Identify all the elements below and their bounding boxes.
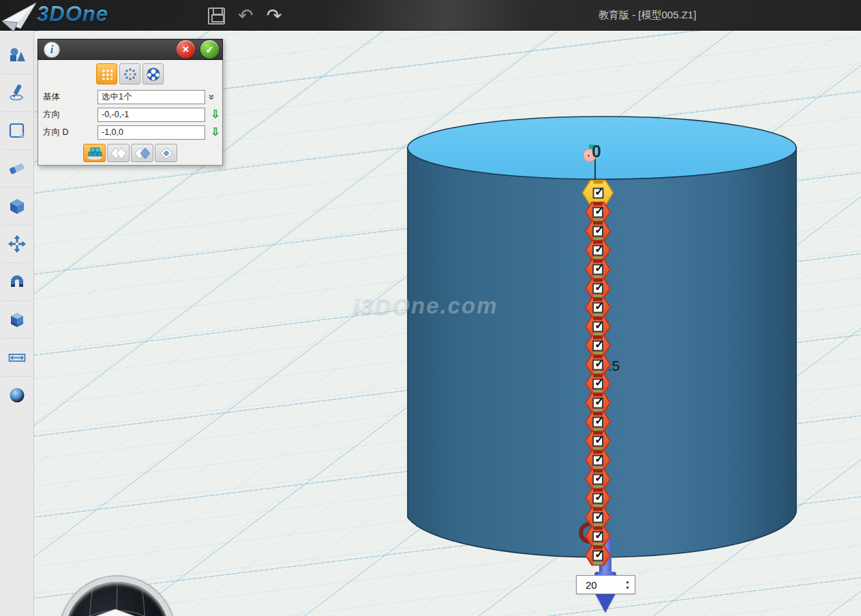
- move-arrows-icon: [7, 234, 27, 253]
- marker-checkbox[interactable]: ✓: [592, 264, 603, 275]
- base-field-input[interactable]: [97, 90, 205, 104]
- spherical-pattern-icon: [146, 67, 161, 82]
- direction-field-input[interactable]: [97, 108, 205, 122]
- direction-field-label: 方向: [43, 109, 97, 121]
- marker-checkbox[interactable]: ✓: [592, 512, 603, 523]
- sidebar-item-move[interactable]: [0, 226, 34, 264]
- checkmark-icon: ✓: [594, 508, 604, 523]
- marker-checkbox[interactable]: ✓: [592, 226, 603, 236]
- dialog-header[interactable]: i ✕ ✓: [37, 39, 223, 60]
- circular-pattern-tab[interactable]: [119, 63, 140, 84]
- sketch-plane-icon: [7, 121, 27, 140]
- chevron-double-down-icon[interactable]: »: [207, 94, 218, 99]
- marker-checkbox[interactable]: ✓: [592, 474, 603, 484]
- checkmark-icon: ✓: [594, 394, 604, 408]
- marker-checkbox[interactable]: ✓: [592, 550, 603, 561]
- checkmark-icon: ✓: [594, 241, 604, 256]
- marker-checkbox[interactable]: ✓: [592, 245, 603, 256]
- marker-checkbox[interactable]: ✓: [592, 435, 603, 446]
- field-row-base: 基体 »: [38, 88, 222, 106]
- left-toolbar: [0, 31, 34, 616]
- field-row-direction-d: 方向 D ⇩: [38, 123, 222, 141]
- field-row-direction: 方向 ⇩: [38, 106, 222, 123]
- sidebar-item-primitives[interactable]: [0, 36, 34, 74]
- marker-checkbox[interactable]: ✓: [592, 397, 603, 408]
- sidebar-item-sketch[interactable]: [0, 74, 34, 112]
- spinner-up-icon[interactable]: ▲: [625, 579, 630, 584]
- diamond-option-2-button[interactable]: [131, 144, 153, 162]
- sketch-pen-icon: [7, 83, 27, 102]
- marker-checkbox[interactable]: ✓: [592, 359, 603, 370]
- import-direction-d-icon[interactable]: ⇩: [211, 127, 220, 138]
- spinner-down-icon[interactable]: ▼: [625, 585, 630, 590]
- sidebar-item-measure[interactable]: [0, 339, 34, 377]
- marker-checkbox[interactable]: ✓: [592, 378, 603, 389]
- checkmark-icon: ✓: [594, 375, 604, 389]
- redo-icon[interactable]: ↷: [267, 3, 282, 28]
- checkmark-icon: ✓: [594, 527, 604, 542]
- marker-checkbox[interactable]: ✓: [592, 531, 603, 542]
- base-field-label: 基体: [43, 91, 97, 103]
- direction-d-field-input[interactable]: [97, 125, 205, 140]
- view-navigation-ball[interactable]: [60, 576, 175, 616]
- linear-pattern-icon: [101, 68, 112, 80]
- origin-distance-label: 0: [592, 142, 601, 161]
- sidebar-item-eraser[interactable]: [0, 150, 34, 188]
- diamond-option-1-button[interactable]: [107, 144, 130, 162]
- app-name: 3DOne: [37, 2, 108, 27]
- undo-icon[interactable]: ↶: [238, 3, 254, 28]
- save-icon[interactable]: [208, 7, 225, 25]
- combine-solids-icon: [7, 310, 27, 329]
- sidebar-item-cube[interactable]: [0, 187, 34, 226]
- pattern-geometry-button[interactable]: [83, 144, 106, 162]
- marker-checkbox[interactable]: ✓: [592, 340, 603, 351]
- checkmark-icon: ✓: [594, 279, 604, 294]
- measure-icon: [7, 348, 27, 367]
- diamond-center-icon: [159, 147, 174, 159]
- spherical-pattern-tab[interactable]: [142, 63, 164, 84]
- sidebar-item-sketch-plane[interactable]: [0, 112, 34, 150]
- checkmark-icon: ✓: [594, 489, 604, 504]
- pattern-drag-arrow-head[interactable]: [595, 594, 616, 613]
- pattern-count-box: ▲ ▼: [576, 575, 635, 594]
- marker-checkbox[interactable]: ✓: [592, 321, 603, 332]
- pattern-type-tabs: [96, 63, 222, 84]
- linear-pattern-tab[interactable]: [96, 63, 117, 84]
- material-sphere-icon: [7, 386, 27, 405]
- circular-pattern-icon: [123, 67, 137, 81]
- checkmark-icon: ✓: [594, 203, 604, 217]
- import-direction-icon[interactable]: ⇩: [211, 109, 220, 120]
- direction-d-field-label: 方向 D: [43, 127, 97, 138]
- double-diamond-icon: [110, 147, 127, 159]
- marker-checkbox[interactable]: ✓: [592, 206, 603, 217]
- viewport-3d[interactable]: i3DOne.com 3.5 ✓✓✓✓✓✓✓✓✓✓✓✓✓✓✓✓✓✓✓✓ 0 ▲ …: [34, 31, 861, 616]
- dialog-footer-buttons: [83, 144, 222, 162]
- sidebar-item-combine[interactable]: [0, 301, 34, 339]
- marker-checkbox[interactable]: ✓: [592, 493, 603, 504]
- eraser-icon: [7, 159, 27, 178]
- checkmark-icon: ✓: [594, 337, 604, 351]
- watermark: i3DOne.com: [353, 293, 498, 319]
- marker-checkbox[interactable]: ✓: [592, 416, 603, 427]
- pattern-geometry-icon: [87, 147, 103, 160]
- pattern-count-input[interactable]: [577, 579, 611, 591]
- marker-checkbox[interactable]: ✓: [592, 455, 603, 465]
- sidebar-item-magnet[interactable]: [0, 263, 34, 301]
- checkmark-icon: ✓: [594, 432, 604, 446]
- marker-bottom-band: [594, 562, 603, 565]
- magnet-icon: [7, 273, 27, 292]
- primitive-shapes-icon: [7, 46, 27, 65]
- sidebar-item-material[interactable]: [0, 377, 34, 415]
- cylinder-top-face: [408, 117, 796, 179]
- marker-checkbox[interactable]: ✓: [592, 187, 603, 198]
- confirm-button[interactable]: ✓: [200, 40, 219, 59]
- cancel-button[interactable]: ✕: [177, 40, 195, 59]
- checkmark-icon: ✓: [594, 546, 604, 561]
- diamond-option-3-button[interactable]: [155, 144, 177, 162]
- titlebar: 3DOne ↶ ↷ 教育版 - [模型005.Z1]: [0, 0, 861, 31]
- app-logo-icon: [1, 1, 38, 33]
- marker-checkbox[interactable]: ✓: [592, 283, 603, 294]
- info-icon[interactable]: i: [44, 42, 60, 58]
- diamond-blue-icon: [134, 147, 151, 159]
- marker-checkbox[interactable]: ✓: [592, 302, 603, 313]
